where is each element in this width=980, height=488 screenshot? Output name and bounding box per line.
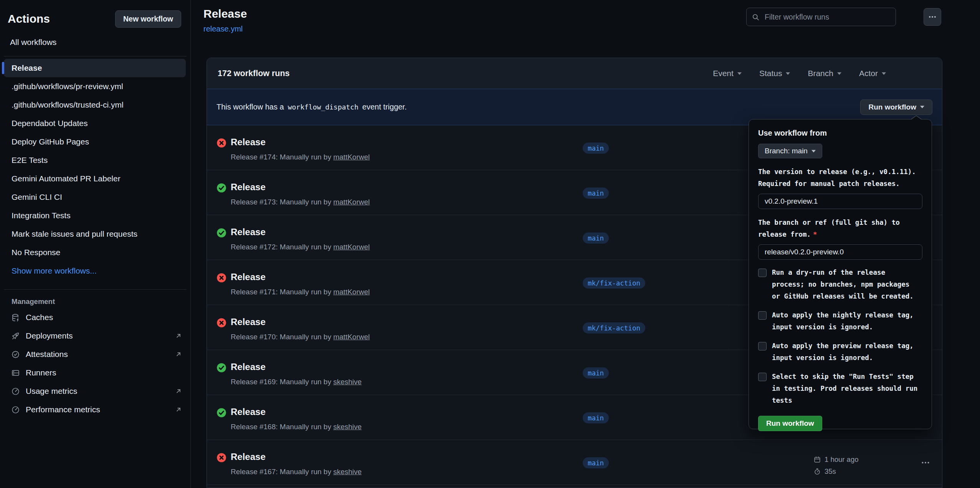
actor-link[interactable]: skeshive bbox=[333, 378, 362, 386]
sidebar-item-deployments[interactable]: Deployments bbox=[4, 327, 186, 345]
branch-chip[interactable]: main bbox=[583, 232, 609, 244]
arrow-up-right-icon bbox=[175, 351, 182, 358]
kebab-icon bbox=[928, 13, 937, 21]
sidebar-item-mark-stale-issues-and-pull-requests[interactable]: Mark stale issues and pull requests bbox=[4, 225, 186, 243]
workflow-file-link[interactable]: release.yml bbox=[203, 25, 247, 33]
run-title-link[interactable]: Release bbox=[231, 451, 266, 462]
arrow-up-right-icon bbox=[175, 406, 182, 413]
branch-chip[interactable]: main bbox=[583, 457, 609, 468]
filter-label: Status bbox=[759, 69, 782, 78]
run-title-link[interactable]: Release bbox=[231, 182, 266, 193]
branch-select-button[interactable]: Branch: main bbox=[758, 144, 822, 158]
field-description: The version to release (e.g., v0.1.11). … bbox=[758, 166, 922, 190]
actor-link[interactable]: skeshive bbox=[333, 468, 362, 476]
run-meta: 1 hour ago35s bbox=[814, 455, 858, 478]
dispatch-fields: The version to release (e.g., v0.1.11). … bbox=[758, 166, 922, 260]
run-workflow-dispatch-panel: Use workflow from Branch: main The versi… bbox=[749, 119, 932, 429]
sidebar-item-caches[interactable]: Caches bbox=[4, 308, 186, 327]
caret-down-icon bbox=[737, 72, 742, 75]
sidebar-item-show-more-workflows[interactable]: Show more workflows... bbox=[4, 262, 186, 280]
run-workflow-submit-button[interactable]: Run workflow bbox=[758, 416, 822, 431]
sidebar-item-label: Deployments bbox=[26, 331, 73, 340]
run-title-link[interactable]: Release bbox=[231, 272, 266, 282]
filter-actor[interactable]: Actor bbox=[859, 69, 886, 78]
arrow-up-right-icon bbox=[175, 332, 182, 339]
run-title-link[interactable]: Release bbox=[231, 227, 266, 237]
checkbox[interactable] bbox=[758, 342, 767, 350]
sidebar-item-runners[interactable]: Runners bbox=[4, 364, 186, 382]
ref-input[interactable] bbox=[758, 244, 922, 260]
actor-link[interactable]: mattKorwel bbox=[333, 198, 370, 206]
run-options-kebab-button[interactable] bbox=[918, 457, 933, 468]
filter-event[interactable]: Event bbox=[713, 69, 742, 78]
branch-chip[interactable]: mk/fix-action bbox=[583, 322, 645, 334]
checkbox[interactable] bbox=[758, 311, 767, 320]
sidebar-item-label: E2E Tests bbox=[12, 156, 48, 165]
actor-link[interactable]: mattKorwel bbox=[333, 153, 370, 161]
branch-chip[interactable]: main bbox=[583, 188, 609, 199]
workflow-runs-count: 172 workflow runs bbox=[218, 69, 290, 78]
checkbox-row: Auto apply the nightly release tag, inpu… bbox=[758, 309, 922, 333]
sidebar-item-gemini-cli-ci[interactable]: Gemini CLI CI bbox=[4, 188, 186, 206]
sidebar-item-all-workflows[interactable]: All workflows bbox=[10, 38, 190, 47]
sidebar-header: Actions New workflow bbox=[0, 0, 190, 28]
sidebar-item-label: Deploy GitHub Pages bbox=[12, 137, 89, 146]
filter-label: Event bbox=[713, 69, 734, 78]
server-icon bbox=[12, 369, 20, 377]
sidebar-item-label: Attestations bbox=[26, 350, 68, 359]
sidebar-item-release[interactable]: Release bbox=[4, 59, 186, 77]
actor-link[interactable]: mattKorwel bbox=[333, 243, 370, 251]
sidebar-item-integration-tests[interactable]: Integration Tests bbox=[4, 206, 186, 225]
sidebar-item-dependabot-updates[interactable]: Dependabot Updates bbox=[4, 114, 186, 133]
version-input[interactable] bbox=[758, 194, 922, 209]
run-time: 1 hour ago bbox=[814, 455, 858, 465]
sidebar-item-label: Gemini Automated PR Labeler bbox=[12, 174, 121, 183]
branch-chip[interactable]: main bbox=[583, 412, 609, 423]
actor-link[interactable]: skeshive bbox=[333, 423, 362, 431]
management-nav: CachesDeploymentsAttestationsRunnersUsag… bbox=[0, 308, 190, 419]
run-description: Release #172: Manually run by mattKorwel bbox=[231, 243, 370, 251]
run-description: Release #167: Manually run by skeshive bbox=[231, 468, 362, 476]
run-description: Release #171: Manually run by mattKorwel bbox=[231, 288, 370, 296]
branch-chip[interactable]: mk/fix-action bbox=[583, 277, 645, 289]
checkbox[interactable] bbox=[758, 373, 767, 381]
failure-status-icon bbox=[216, 273, 226, 283]
checkbox-row: Run a dry-run of the release process; no… bbox=[758, 267, 922, 302]
run-duration: 35s bbox=[814, 466, 858, 476]
run-description: Release #169: Manually run by skeshive bbox=[231, 378, 362, 386]
sidebar-item-label: Caches bbox=[26, 313, 53, 322]
database-icon bbox=[12, 314, 20, 322]
filter-workflow-runs-input[interactable] bbox=[764, 12, 890, 22]
failure-status-icon bbox=[216, 138, 226, 148]
caret-down-icon bbox=[786, 72, 790, 75]
sidebar-item-deploy-github-pages[interactable]: Deploy GitHub Pages bbox=[4, 133, 186, 151]
sidebar-item-performance-metrics[interactable]: Performance metrics bbox=[4, 400, 186, 419]
branch-chip[interactable]: main bbox=[583, 143, 609, 154]
caret-down-icon bbox=[882, 72, 886, 75]
sidebar-item-no-response[interactable]: No Response bbox=[4, 243, 186, 262]
workflow-options-kebab-button[interactable] bbox=[924, 8, 941, 26]
new-workflow-button[interactable]: New workflow bbox=[115, 10, 181, 28]
sidebar-item-label: Runners bbox=[26, 368, 56, 377]
filter-branch[interactable]: Branch bbox=[808, 69, 841, 78]
run-title-link[interactable]: Release bbox=[231, 137, 266, 148]
stopwatch-icon bbox=[814, 468, 821, 475]
run-title-link[interactable]: Release bbox=[231, 362, 266, 372]
sidebar-item-usage-metrics[interactable]: Usage metrics bbox=[4, 382, 186, 400]
branch-chip[interactable]: main bbox=[583, 367, 609, 378]
filter-status[interactable]: Status bbox=[759, 69, 790, 78]
actor-link[interactable]: mattKorwel bbox=[333, 333, 370, 341]
sidebar-item-gemini-automated-pr-labeler[interactable]: Gemini Automated PR Labeler bbox=[4, 169, 186, 188]
run-title-link[interactable]: Release bbox=[231, 317, 266, 327]
sidebar-item-label: .github/workflows/trusted-ci.yml bbox=[12, 100, 124, 110]
run-workflow-dropdown-button[interactable]: Run workflow bbox=[860, 100, 932, 115]
run-title-link[interactable]: Release bbox=[231, 407, 266, 417]
gauge-icon bbox=[12, 387, 20, 395]
actor-link[interactable]: mattKorwel bbox=[333, 288, 370, 296]
sidebar-item-e2e-tests[interactable]: E2E Tests bbox=[4, 151, 186, 169]
sidebar-item-label: Integration Tests bbox=[12, 211, 71, 220]
sidebar-item-attestations[interactable]: Attestations bbox=[4, 345, 186, 364]
sidebar-item-github-workflows-trusted-ci-yml[interactable]: .github/workflows/trusted-ci.yml bbox=[4, 96, 186, 114]
checkbox[interactable] bbox=[758, 269, 767, 277]
sidebar-item-github-workflows-pr-review-yml[interactable]: .github/workflows/pr-review.yml bbox=[4, 77, 186, 96]
